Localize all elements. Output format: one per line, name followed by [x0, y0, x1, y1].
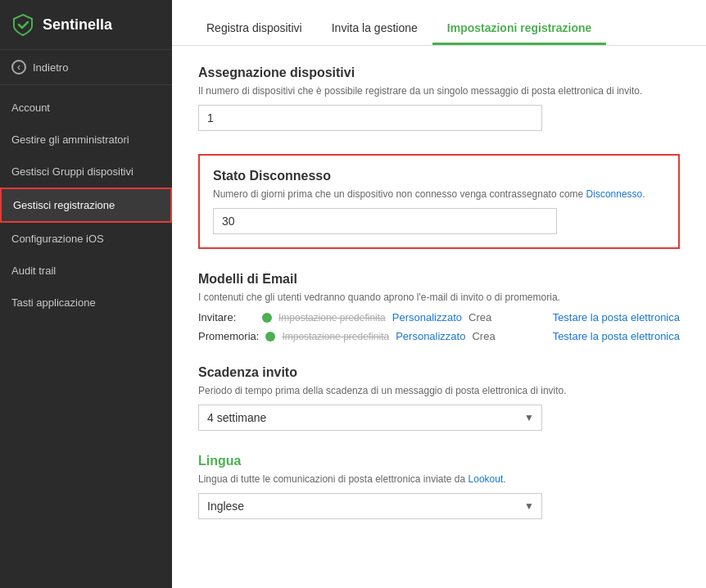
tab-register-devices[interactable]: Registra dispositivi: [192, 13, 317, 45]
invite-expiry-title: Scadenza invito: [198, 365, 680, 380]
sidebar-item-manage-groups[interactable]: Gestisci Gruppi dispositivi: [0, 156, 172, 188]
email-reminder-status-dot: [265, 332, 275, 341]
email-reminder-test-link[interactable]: Testare la posta elettronica: [553, 330, 680, 342]
sentinella-logo-icon: [11, 13, 34, 36]
email-invite-status-dot: [262, 313, 272, 323]
disconnected-state-section: Stato Disconnesso Numero di giorni prima…: [198, 154, 680, 249]
language-dropdown-wrapper: Inglese Italiano Francese Spagnolo ▼: [198, 493, 542, 519]
email-models-title: Modelli di Email: [198, 272, 680, 287]
language-desc-start: Lingua di tutte le comunicazioni di post…: [198, 473, 468, 485]
sidebar-item-manage-registration[interactable]: Gestisci registrazione: [0, 188, 172, 223]
email-invite-test-link[interactable]: Testare la posta elettronica: [553, 311, 680, 323]
disconnected-state-title: Stato Disconnesso: [213, 169, 665, 183]
email-reminder-label: Promemoria:: [198, 330, 259, 342]
language-desc: Lingua di tutte le comunicazioni di post…: [198, 473, 680, 485]
main-panel: Registra dispositivi Invita la gestione …: [172, 0, 706, 588]
email-reminder-default: Impostazione predefinita: [282, 331, 389, 342]
main-content: Assegnazione dispositivi Il numero di di…: [172, 46, 706, 588]
sidebar-item-manage-admins[interactable]: Gestire gli amministratori: [0, 124, 172, 156]
device-assignment-desc: Il numero di dispositivi che è possibile…: [198, 85, 680, 97]
main-header: Registra dispositivi Invita la gestione …: [172, 0, 706, 46]
email-models-desc: I contenuti che gli utenti vedranno quan…: [198, 292, 680, 303]
email-reminder-custom-link[interactable]: Personalizzato: [396, 330, 465, 342]
device-assignment-section: Assegnazione dispositivi Il numero di di…: [198, 66, 680, 131]
invite-expiry-dropdown-wrapper: 4 settimane 1 settimana 2 settimane 8 se…: [198, 405, 542, 431]
invite-expiry-section: Scadenza invito Periodo di tempo prima d…: [198, 365, 680, 431]
language-title: Lingua: [198, 454, 680, 468]
sidebar-item-account[interactable]: Account: [0, 92, 172, 124]
sidebar-item-ios-config[interactable]: Configurazione iOS: [0, 223, 172, 255]
sidebar-item-audit-trail[interactable]: Audit trail: [0, 255, 172, 287]
email-reminder-create[interactable]: Crea: [472, 330, 495, 342]
language-desc-end: .: [503, 473, 505, 485]
tab-invite-management[interactable]: Invita la gestione: [317, 13, 432, 45]
email-invite-create[interactable]: Crea: [468, 311, 491, 323]
language-section: Lingua Lingua di tutte le comunicazioni …: [198, 454, 680, 519]
tab-registration-settings[interactable]: Impostazioni registrazione: [432, 13, 607, 45]
device-assignment-title: Assegnazione dispositivi: [198, 66, 680, 80]
language-desc-link: Lookout: [468, 473, 504, 485]
sidebar-item-app-keys[interactable]: Tasti applicazione: [0, 287, 172, 319]
sidebar-logo: Sentinella: [0, 0, 172, 50]
language-select[interactable]: Inglese Italiano Francese Spagnolo: [198, 493, 542, 519]
device-assignment-input[interactable]: [198, 105, 542, 131]
logo-text: Sentinella: [43, 16, 112, 34]
back-label: Indietro: [33, 61, 68, 74]
email-models-section: Modelli di Email I contenuti che gli ute…: [198, 272, 680, 342]
sidebar: Sentinella ‹ Indietro Account Gestire gl…: [0, 0, 172, 588]
disconnected-desc-link: Disconnesso: [586, 188, 643, 200]
email-invite-custom-link[interactable]: Personalizzato: [392, 311, 462, 323]
disconnected-desc-start: Numero di giorni prima che un dispositiv…: [213, 188, 586, 200]
email-invite-row: Invitare: Impostazione predefinita Perso…: [198, 311, 680, 323]
email-reminder-row: Promemoria: Impostazione predefinita Per…: [198, 330, 680, 342]
disconnected-desc-end: .: [642, 188, 645, 200]
email-invite-default: Impostazione predefinita: [278, 312, 386, 323]
sidebar-nav: Account Gestire gli amministratori Gesti…: [0, 85, 172, 325]
email-invite-label: Invitare:: [198, 311, 256, 323]
back-arrow-icon: ‹: [11, 60, 26, 75]
disconnected-state-desc: Numero di giorni prima che un dispositiv…: [213, 188, 665, 200]
disconnected-state-input[interactable]: [213, 208, 557, 234]
invite-expiry-select[interactable]: 4 settimane 1 settimana 2 settimane 8 se…: [198, 405, 542, 431]
invite-expiry-desc: Periodo di tempo prima della scadenza di…: [198, 385, 680, 396]
back-button[interactable]: ‹ Indietro: [0, 50, 172, 85]
